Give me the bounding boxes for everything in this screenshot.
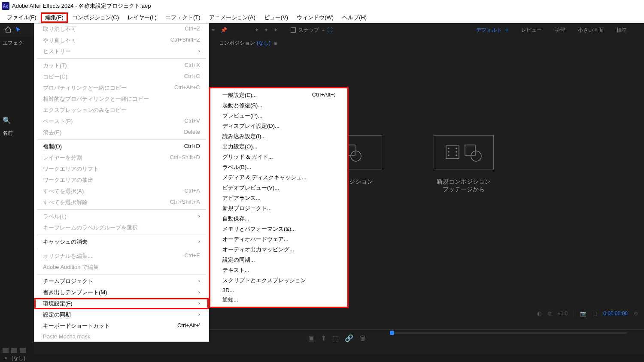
- preferences-menu-item[interactable]: メモリとパフォーマンス(&)...: [210, 224, 347, 234]
- preferences-menu-item[interactable]: ディスプレイ設定(D)...: [210, 121, 347, 131]
- footer-tool-3[interactable]: [20, 348, 26, 353]
- edit-menu-item[interactable]: キャッシュの消去›: [34, 236, 209, 247]
- menu-window[interactable]: ウィンドウ(W): [292, 12, 338, 23]
- preferences-menu-item[interactable]: ビデオプレビュー(V)...: [210, 183, 347, 193]
- composition-none: (なし): [257, 39, 270, 47]
- workspace-standard[interactable]: 標準: [617, 27, 627, 34]
- footer-icon-4[interactable]: 🔗: [345, 334, 353, 342]
- menu-item-label: Adobe Audition で編集: [43, 263, 99, 271]
- snap-toggle[interactable]: スナップ ⌁ ⛶: [291, 27, 332, 34]
- svg-point-5: [448, 155, 449, 156]
- edit-menu-item: Paste Mocha mask: [34, 332, 209, 341]
- menu-item-label: オーディオ出力マッピング...: [222, 246, 294, 253]
- footer-tool-1[interactable]: [3, 348, 9, 353]
- edit-menu-item[interactable]: 書き出しテンプレート(M)›: [34, 287, 209, 298]
- search-icon[interactable]: 🔍: [3, 117, 11, 124]
- menu-separator: [37, 209, 206, 210]
- menu-file[interactable]: ファイル(F): [3, 12, 41, 23]
- axis2-icon[interactable]: ✦: [264, 27, 268, 33]
- mask-icon[interactable]: ▢: [592, 311, 597, 317]
- magnet-icon[interactable]: ⌁: [322, 27, 325, 33]
- timeline-panel-tab: × (なし): [0, 354, 644, 362]
- workspace-small[interactable]: 小さい画面: [578, 27, 604, 34]
- preferences-menu-item[interactable]: アピアランス...: [210, 193, 347, 203]
- menu-shortcut: Ctrl+Alt+;: [312, 91, 335, 99]
- footer-icon-5[interactable]: 🗑: [359, 334, 366, 342]
- panel-menu-icon[interactable]: ≡: [274, 40, 277, 46]
- preferences-menu-item[interactable]: テキスト...: [210, 265, 347, 275]
- menu-item-label: Paste Mocha mask: [43, 333, 91, 340]
- edit-menu-item[interactable]: チームプロジェクト›: [34, 276, 209, 287]
- svg-point-8: [456, 155, 457, 156]
- menu-effect[interactable]: エフェクト(T): [161, 12, 205, 23]
- menu-composition[interactable]: コンポジション(C): [68, 12, 123, 23]
- preferences-menu-item[interactable]: 通知...: [210, 295, 347, 305]
- selection-tool-icon[interactable]: [15, 26, 21, 34]
- menu-edit[interactable]: 編集(E): [41, 12, 68, 23]
- edit-menu-item[interactable]: 複製(D)Ctrl+D: [34, 141, 209, 152]
- footer-icon-2[interactable]: ⬆: [321, 334, 326, 342]
- menu-view[interactable]: ビュー(V): [260, 12, 292, 23]
- menu-item-label: スクリプトとエクスプレッション: [222, 277, 306, 284]
- timeline-track[interactable]: [390, 332, 627, 334]
- menu-item-label: 書き出しテンプレート(M): [43, 289, 107, 296]
- edit-menu-item[interactable]: 設定の同期›: [34, 309, 209, 320]
- workspace-default[interactable]: デフォルト≡: [476, 27, 508, 34]
- menu-shortcut: Ctrl+X: [185, 62, 200, 69]
- svg-rect-9: [465, 145, 475, 155]
- camera-icon[interactable]: 📷: [580, 311, 586, 317]
- preferences-menu-item[interactable]: ラベル(B)...: [210, 162, 347, 172]
- menu-item-label: ワークエリアのリフト: [43, 165, 99, 173]
- edit-menu-item: Adobe Audition で編集: [34, 262, 209, 273]
- preferences-menu-item[interactable]: 新規プロジェクト...: [210, 203, 347, 214]
- preferences-menu-item[interactable]: メディア & ディスクキャッシュ...: [210, 172, 347, 183]
- project-panel: エフェク 🔍 名前: [0, 37, 34, 347]
- preferences-menu-item[interactable]: 設定の同期...: [210, 255, 347, 265]
- preferences-menu-item[interactable]: 読み込み設定(I)...: [210, 131, 347, 142]
- menu-help[interactable]: ヘルプ(H): [338, 12, 371, 23]
- menu-item-label: 環境設定(F): [43, 300, 73, 308]
- playhead-marker[interactable]: [390, 331, 394, 335]
- capture-icon[interactable]: ⊙: [634, 311, 638, 317]
- name-column-header[interactable]: 名前: [0, 127, 34, 139]
- pin-icon[interactable]: 📌: [221, 27, 227, 33]
- preferences-menu-item[interactable]: オーディオハードウェア...: [210, 234, 347, 244]
- preferences-menu-item[interactable]: プレビュー(P)...: [210, 111, 347, 121]
- new-composition-from-footage-card[interactable]: 新規コンポジション フッテージから: [434, 135, 494, 193]
- workspace-learn[interactable]: 学習: [555, 27, 565, 34]
- preferences-menu-item[interactable]: グリッド & ガイド...: [210, 152, 347, 162]
- axis3-icon[interactable]: ✦: [273, 27, 278, 33]
- close-tab-icon[interactable]: ×: [4, 355, 7, 361]
- menu-shortcut: Ctrl+A: [185, 187, 200, 195]
- search-row: 🔍: [0, 114, 34, 127]
- home-icon[interactable]: [4, 26, 12, 35]
- preferences-menu-item[interactable]: 自動保存...: [210, 214, 347, 224]
- edit-menu-item[interactable]: 環境設定(F)›: [34, 298, 209, 309]
- edit-menu-item: ラベル(L)›: [34, 211, 209, 222]
- edit-menu-item: ペースト(P)Ctrl+V: [34, 116, 209, 127]
- axis-icon[interactable]: ✦: [255, 27, 259, 33]
- workspace-review[interactable]: レビュー: [521, 27, 542, 34]
- pen-icon[interactable]: ✒: [211, 27, 216, 33]
- menu-item-label: ラベル(B)...: [222, 163, 251, 171]
- effects-tab[interactable]: エフェク: [0, 37, 34, 49]
- menu-animation[interactable]: アニメーション(A): [205, 12, 260, 23]
- footer-icon-1[interactable]: ▣: [308, 334, 315, 342]
- preferences-menu-item[interactable]: スクリプトとエクスプレッション: [210, 275, 347, 286]
- preferences-menu-item[interactable]: 出力設定(O)...: [210, 142, 347, 152]
- preferences-menu-item[interactable]: 起動と修復(S)...: [210, 100, 347, 111]
- edit-menu-item: コピー(C)Ctrl+C: [34, 71, 209, 82]
- preferences-menu-item[interactable]: 一般設定(E)...Ctrl+Alt+;: [210, 90, 347, 100]
- menu-layer[interactable]: レイヤー(L): [123, 12, 161, 23]
- aperture-icon[interactable]: ⊚: [547, 311, 552, 317]
- preferences-menu-item[interactable]: 3D...: [210, 286, 347, 295]
- footer-icon-3[interactable]: ⬚: [332, 334, 339, 342]
- expand-icon[interactable]: ⛶: [327, 27, 332, 33]
- preferences-menu-item[interactable]: オーディオ出力マッピング...: [210, 244, 347, 255]
- footer-tool-2[interactable]: [11, 348, 17, 353]
- color-icon[interactable]: ◐: [537, 311, 541, 317]
- edit-menu-item: やり直し不可Ctrl+Shift+Z: [34, 35, 209, 46]
- submenu-arrow-icon: ›: [198, 278, 200, 285]
- menu-item-label: キャッシュの消去: [43, 238, 88, 246]
- edit-menu-item[interactable]: キーボードショートカットCtrl+Alt+': [34, 320, 209, 332]
